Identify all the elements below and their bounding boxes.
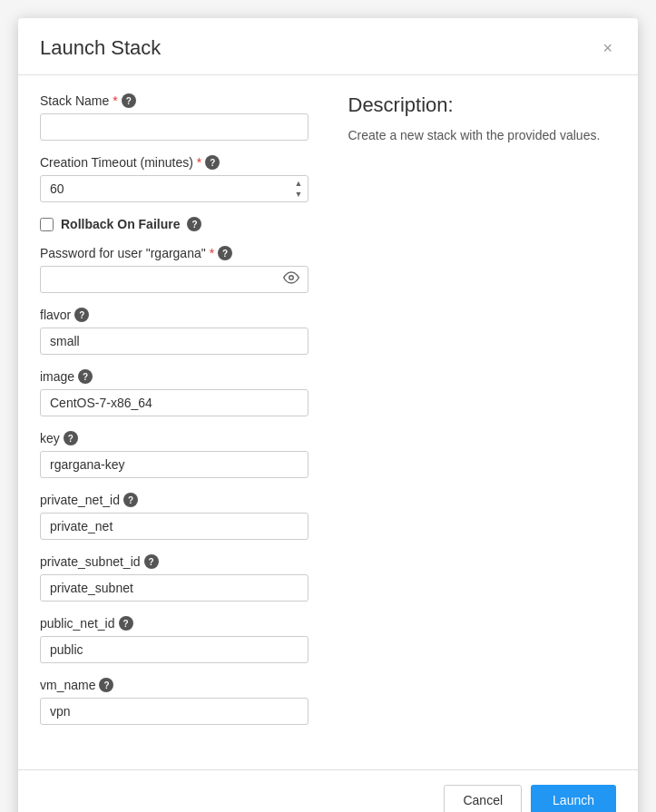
password-help-icon[interactable]: ? [218,246,232,260]
close-button[interactable]: × [599,36,616,60]
launch-button[interactable]: Launch [531,785,616,812]
private-net-id-input[interactable] [40,513,308,540]
description-title: Description: [348,93,617,117]
flavor-help-icon[interactable]: ? [74,308,89,322]
dialog-body: Stack Name * ? Creation Timeout (minutes… [18,75,638,769]
required-star-password: * [210,246,214,260]
rollback-label: Rollback On Failure [61,217,180,231]
svg-point-0 [289,276,293,280]
image-field: image ? [40,369,308,416]
flavor-field: flavor ? [40,308,308,355]
key-help-icon[interactable]: ? [64,431,78,445]
required-star: * [113,93,117,108]
key-input[interactable] [40,451,308,478]
vm-name-help-icon[interactable]: ? [99,678,113,692]
image-help-icon[interactable]: ? [78,369,93,384]
public-net-id-help-icon[interactable]: ? [119,616,133,631]
spinner-down[interactable]: ▼ [293,190,305,200]
password-wrapper [40,266,308,293]
image-label: image ? [40,369,308,384]
vm-name-field: vm_name ? [40,678,308,725]
flavor-label: flavor ? [40,308,308,322]
password-field: Password for user "rgargana" * ? [40,246,308,293]
creation-timeout-label: Creation Timeout (minutes) * ? [40,155,308,170]
vm-name-label: vm_name ? [40,678,308,692]
key-label: key ? [40,431,308,445]
vm-name-input[interactable] [40,698,308,725]
left-panel: Stack Name * ? Creation Timeout (minutes… [40,93,308,751]
password-input[interactable] [40,266,308,293]
private-subnet-id-input[interactable] [40,574,308,602]
public-net-id-input[interactable] [40,636,308,663]
description-text: Create a new stack with the provided val… [348,126,617,145]
password-toggle-btn[interactable] [281,268,301,291]
private-subnet-id-label: private_subnet_id ? [40,554,308,569]
timeout-input-wrapper: ▲ ▼ [40,175,308,202]
spinner-buttons: ▲ ▼ [293,179,305,200]
image-input[interactable] [40,389,308,416]
rollback-checkbox[interactable] [40,218,54,231]
stack-name-label: Stack Name * ? [40,93,308,108]
key-field: key ? [40,431,308,478]
timeout-help-icon[interactable]: ? [205,155,220,170]
private-net-id-help-icon[interactable]: ? [123,493,138,507]
public-net-id-label: public_net_id ? [40,616,308,631]
rollback-help-icon[interactable]: ? [187,217,201,231]
spinner-up[interactable]: ▲ [293,179,305,189]
flavor-input[interactable] [40,328,308,355]
rollback-row: Rollback On Failure ? [40,217,308,231]
creation-timeout-input[interactable] [40,175,308,202]
private-net-id-field: private_net_id ? [40,493,308,540]
eye-icon [283,269,299,286]
public-net-id-field: public_net_id ? [40,616,308,663]
right-panel: Description: Create a new stack with the… [330,93,617,751]
dialog-footer: Cancel Launch [18,769,638,812]
private-subnet-id-help-icon[interactable]: ? [144,554,159,569]
dialog-header: Launch Stack × [18,18,638,75]
private-subnet-id-field: private_subnet_id ? [40,554,308,602]
stack-name-input[interactable] [40,113,308,141]
creation-timeout-field: Creation Timeout (minutes) * ? ▲ ▼ [40,155,308,202]
stack-name-help-icon[interactable]: ? [122,93,136,108]
required-star-timeout: * [197,155,201,170]
stack-name-field: Stack Name * ? [40,93,308,141]
cancel-button[interactable]: Cancel [444,785,522,812]
password-label: Password for user "rgargana" * ? [40,246,308,260]
launch-stack-dialog: Launch Stack × Stack Name * ? Creation T… [18,18,638,812]
dialog-title: Launch Stack [40,36,161,60]
private-net-id-label: private_net_id ? [40,493,308,507]
